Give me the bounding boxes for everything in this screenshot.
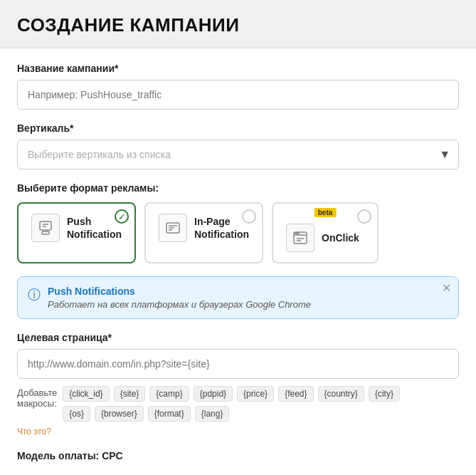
macros-section: Добавьтемакросы: {click_id} {site} {camp… xyxy=(17,386,459,437)
macro-tag-site[interactable]: {site} xyxy=(114,386,146,402)
macro-tag-lang[interactable]: {lang} xyxy=(195,406,230,422)
vertical-select-wrapper: Выберите вертикаль из списка ▼ xyxy=(17,140,459,169)
macros-label: Добавьтемакросы: xyxy=(17,387,57,409)
target-page-section: Целевая страница* xyxy=(17,332,459,379)
page-title: СОЗДАНИЕ КАМПАНИИ xyxy=(17,14,459,36)
macro-tag-country[interactable]: {country} xyxy=(318,386,364,402)
format-label: Выберите формат рекламы: xyxy=(17,182,459,194)
macro-tag-camp[interactable]: {camp} xyxy=(149,386,189,402)
target-page-label: Целевая страница* xyxy=(17,332,459,343)
format-cards: ✓ PushNotification xyxy=(17,202,459,263)
what-is-this-link[interactable]: Что это? xyxy=(17,427,51,437)
macro-tag-city[interactable]: {city} xyxy=(369,386,400,402)
push-icon xyxy=(31,214,60,242)
info-banner-description: Работает на всех платформах и браузерах … xyxy=(48,299,311,310)
macro-tag-os[interactable]: {os} xyxy=(63,406,90,422)
macro-tag-click-id[interactable]: {click_id} xyxy=(63,386,109,402)
macro-tag-price[interactable]: {price} xyxy=(237,386,274,402)
macro-tag-browser[interactable]: {browser} xyxy=(95,406,144,422)
vertical-select[interactable]: Выберите вертикаль из списка xyxy=(17,140,459,169)
onclick-format-name: OnClick xyxy=(322,231,359,244)
campaign-name-label: Название кампании* xyxy=(17,63,459,74)
macros-tags-row1: {click_id} {site} {camp} {pdpid} {price}… xyxy=(63,386,400,402)
onclick-icon xyxy=(286,224,314,252)
content-area: Название кампании* Вертикаль* Выберите в… xyxy=(0,48,476,475)
check-icon-onclick xyxy=(357,209,371,224)
info-banner-title: Push Notifications xyxy=(48,286,311,297)
beta-badge: beta xyxy=(314,208,337,217)
inpage-icon xyxy=(159,214,187,242)
target-page-input[interactable] xyxy=(17,349,459,379)
campaign-name-section: Название кампании* xyxy=(17,63,459,110)
payment-model-section: Модель оплаты: CPC xyxy=(17,450,459,461)
format-card-onclick[interactable]: beta OnClick xyxy=(272,202,379,263)
svg-point-10 xyxy=(295,233,297,234)
check-icon-push: ✓ xyxy=(115,209,129,224)
info-circle-icon: ⓘ xyxy=(28,286,41,303)
svg-rect-3 xyxy=(42,231,49,234)
campaign-name-input[interactable] xyxy=(17,80,459,110)
macro-tag-format[interactable]: {format} xyxy=(148,406,191,422)
format-section: Выберите формат рекламы: ✓ PushNotificat… xyxy=(17,182,459,263)
format-card-push[interactable]: ✓ PushNotification xyxy=(17,202,136,263)
svg-rect-0 xyxy=(40,221,51,230)
info-banner: ⓘ Push Notifications Работает на всех пл… xyxy=(17,276,459,319)
format-card-inpage[interactable]: In-PageNotification xyxy=(144,202,263,263)
page-header: СОЗДАНИЕ КАМПАНИИ xyxy=(0,0,476,48)
check-icon-inpage xyxy=(242,209,256,224)
macro-tag-pdpid[interactable]: {pdpid} xyxy=(194,386,233,402)
vertical-label: Вертикаль* xyxy=(17,122,459,134)
macro-tag-feed[interactable]: {feed} xyxy=(278,386,313,402)
svg-point-11 xyxy=(297,233,299,234)
close-icon[interactable]: ✕ xyxy=(442,283,451,294)
macros-tags-row2: {os} {browser} {format} {lang} xyxy=(63,406,400,422)
payment-model-label: Модель оплаты: CPC xyxy=(17,450,459,461)
push-format-name: PushNotification xyxy=(67,215,122,241)
inpage-format-name: In-PageNotification xyxy=(194,215,249,241)
vertical-section: Вертикаль* Выберите вертикаль из списка … xyxy=(17,122,459,169)
